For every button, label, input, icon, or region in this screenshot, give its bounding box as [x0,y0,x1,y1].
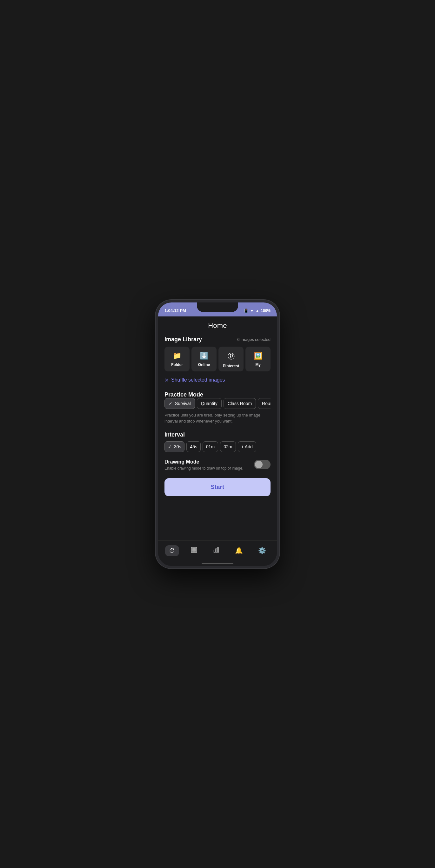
mode-round[interactable]: Roun [258,398,270,409]
toggle-track [254,460,270,469]
svg-rect-5 [214,550,215,552]
svg-rect-2 [194,548,196,550]
interval-02m[interactable]: 02m [220,441,236,452]
gear-icon: ⚙️ [258,547,266,554]
shuffle-label: Shuffle selected images [171,377,225,383]
drawing-mode-title: Drawing Mode [165,459,243,465]
drawing-mode-toggle[interactable] [254,460,270,469]
status-right: 📳 ▼ ▲ 100% [244,309,270,313]
source-online[interactable]: ⬇️ Online [192,347,216,371]
interval-add[interactable]: + Add [238,441,256,452]
power-button [279,356,279,376]
library-sources-grid: 📁 Folder ⬇️ Online ⓟ Pinterest 🖼️ My [165,347,270,371]
drawing-mode-description: Enable drawing mode to draw on top of im… [165,466,243,470]
svg-rect-3 [192,550,194,551]
my-icon: 🖼️ [254,352,262,360]
drawing-mode-section: Drawing Mode Enable drawing mode to draw… [165,459,270,470]
practice-mode-section: Practice Mode ✓ Survival Quantity Class … [165,392,270,425]
interval-title: Interval [165,431,185,438]
svg-rect-4 [194,550,196,551]
interval-tabs: ✓ 30s 45s 01m 02m + Add [165,441,270,452]
source-my[interactable]: 🖼️ My [245,347,270,371]
pinterest-label: Pinterest [223,364,239,368]
svg-rect-7 [218,548,219,552]
status-time: 1:04:12 PM [165,308,186,313]
drawing-mode-text: Drawing Mode Enable drawing mode to draw… [165,459,243,470]
interval-45s[interactable]: 45s [187,441,201,452]
nav-home[interactable]: ⏱ [165,545,179,556]
shuffle-button[interactable]: ✕ Shuffle selected images [165,376,270,384]
check-icon-30s: ✓ [168,444,173,449]
svg-rect-6 [215,549,217,552]
online-label: Online [198,363,210,367]
nav-notifications[interactable]: 🔔 [231,545,247,556]
start-button[interactable]: Start [165,478,270,496]
practice-mode-title: Practice Mode [165,392,203,398]
mode-survival[interactable]: ✓ Survival [165,398,195,409]
online-icon: ⬇️ [200,352,208,360]
check-icon: ✓ [169,401,174,406]
image-library-header: Image Library 6 images selected [165,336,270,343]
signal-icon: ▲ [255,309,259,313]
nav-settings[interactable]: ⚙️ [254,545,270,556]
timer-icon: ⏱ [169,547,175,554]
notch [197,303,238,312]
image-library-section: Image Library 6 images selected 📁 Folder… [165,336,270,384]
practice-mode-description: Practice until you are tired, only setti… [165,412,270,425]
bottom-nav: ⏱ 🔔 [158,540,277,566]
volume-button [156,347,156,360]
svg-rect-1 [192,548,194,550]
source-folder[interactable]: 📁 Folder [165,347,190,371]
interval-section: Interval ✓ 30s 45s 01m 02m + Add [165,431,270,452]
folder-icon: 📁 [173,352,181,360]
phone-frame: 1:04:12 PM 📳 ▼ ▲ 100% Home Image Library… [156,300,279,568]
interval-30s[interactable]: ✓ 30s [165,441,185,452]
bell-icon: 🔔 [235,547,243,554]
mode-classroom[interactable]: Class Room [224,398,256,409]
shuffle-icon: ✕ [165,377,169,383]
vibrate-icon: 📳 [244,309,248,313]
nav-stats[interactable] [209,545,224,557]
page-title: Home [165,321,270,330]
battery-level: 100% [261,309,270,313]
mode-quantity[interactable]: Quantity [197,398,222,409]
interval-01m[interactable]: 01m [203,441,218,452]
wifi-icon: ▼ [250,309,254,313]
practice-mode-tabs: ✓ Survival Quantity Class Room Roun [165,398,270,409]
source-pinterest[interactable]: ⓟ Pinterest [219,347,243,371]
home-indicator [202,563,233,564]
stats-icon [213,547,220,555]
image-library-title: Image Library [165,336,202,343]
toggle-thumb [255,461,263,468]
screen-content: Home Image Library 6 images selected 📁 F… [158,316,277,544]
nav-gallery[interactable] [187,545,201,557]
folder-label: Folder [171,363,183,367]
my-label: My [255,363,261,367]
pinterest-icon: ⓟ [228,352,235,361]
gallery-icon [191,547,198,555]
images-selected-badge: 6 images selected [237,337,270,342]
